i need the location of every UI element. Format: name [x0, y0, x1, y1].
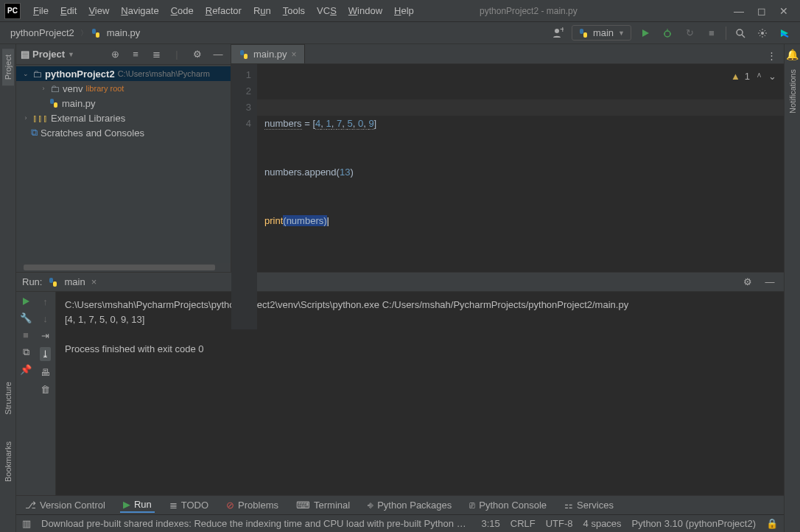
- python-file-icon: [49, 98, 59, 108]
- tree-file-main[interactable]: main.py: [16, 96, 231, 111]
- side-tab-project[interactable]: Project: [2, 49, 14, 85]
- side-tab-notifications[interactable]: Notifications: [787, 63, 799, 119]
- python-file-icon: [91, 28, 101, 38]
- lock-icon[interactable]: 🔒: [766, 518, 778, 529]
- wrench-icon[interactable]: 🔧: [20, 312, 32, 323]
- chevron-down-icon[interactable]: ⌄: [22, 70, 29, 77]
- side-tab-structure[interactable]: Structure: [2, 376, 14, 421]
- project-scrollbar[interactable]: [16, 263, 231, 272]
- code-args: (numbers): [283, 215, 326, 226]
- close-button[interactable]: ✕: [779, 5, 788, 17]
- tree-venv[interactable]: › 🗀 venv library root: [16, 81, 231, 96]
- stop-button[interactable]: ■: [703, 25, 720, 41]
- hide-panel-icon[interactable]: —: [210, 46, 226, 63]
- scroll-to-end-icon[interactable]: ⤓: [40, 347, 51, 361]
- run-tab-name[interactable]: main: [64, 276, 85, 287]
- crumb-project[interactable]: pythonProject2: [7, 26, 77, 40]
- code-fn: print: [264, 215, 283, 226]
- prev-highlight-icon[interactable]: ＾: [754, 69, 764, 85]
- tab-problems[interactable]: ⊘Problems: [223, 498, 281, 512]
- status-interpreter[interactable]: Python 3.10 (pythonProject2): [632, 518, 756, 529]
- tab-terminal[interactable]: ⌨Terminal: [293, 498, 353, 512]
- maximize-button[interactable]: ◻: [757, 5, 766, 17]
- editor-tab-main[interactable]: main.py ×: [231, 44, 305, 63]
- down-icon[interactable]: ↓: [43, 313, 48, 324]
- run-coverage-button[interactable]: ↻: [681, 25, 698, 41]
- chevron-right-icon[interactable]: ›: [22, 114, 29, 122]
- menu-tools[interactable]: Tools: [278, 3, 310, 18]
- tab-python-console[interactable]: ⎚Python Console: [466, 498, 550, 512]
- warning-icon[interactable]: ▲: [731, 69, 740, 85]
- tree-root[interactable]: ⌄ 🗀 pythonProject2 C:\Users\mshah\Pychar…: [16, 66, 231, 81]
- pin-icon[interactable]: 📌: [20, 364, 32, 375]
- select-opened-file-icon[interactable]: ⊕: [107, 46, 123, 63]
- status-message[interactable]: Download pre-built shared indexes: Reduc…: [41, 518, 471, 529]
- status-indent[interactable]: 4 spaces: [583, 518, 622, 529]
- tab-services[interactable]: ⚏Services: [561, 498, 617, 512]
- terminal-icon: ⌨: [296, 500, 310, 511]
- problems-icon: ⊘: [226, 500, 234, 511]
- editor-tab-label: main.py: [253, 49, 287, 60]
- gear-icon[interactable]: ⚙: [189, 46, 206, 63]
- tree-scratches[interactable]: ⧉ Scratches and Consoles: [16, 125, 231, 140]
- status-menu-icon[interactable]: ▥: [22, 518, 31, 529]
- folder-icon: 🗀: [32, 69, 42, 80]
- menu-run[interactable]: Run: [248, 3, 276, 18]
- menu-window[interactable]: Window: [343, 3, 387, 18]
- toolbox-icon[interactable]: [776, 25, 793, 41]
- breadcrumb: pythonProject2 〉 main.py: [7, 26, 143, 40]
- status-encoding[interactable]: UTF-8: [546, 518, 573, 529]
- minimize-button[interactable]: —: [734, 5, 744, 17]
- svg-rect-1: [96, 32, 99, 38]
- menu-navigate[interactable]: Navigate: [116, 3, 164, 18]
- menu-help[interactable]: Help: [389, 3, 419, 18]
- project-panel-title: Project: [32, 49, 65, 60]
- menu-code[interactable]: Code: [166, 3, 199, 18]
- services-icon: ⚏: [564, 500, 573, 511]
- rerun-button[interactable]: [21, 296, 31, 307]
- notifications-icon[interactable]: 🔔: [786, 49, 799, 60]
- svg-point-10: [737, 29, 743, 35]
- svg-point-6: [664, 31, 670, 37]
- print-icon[interactable]: 🖶: [41, 367, 50, 378]
- menu-vcs[interactable]: VCS: [312, 3, 342, 18]
- tab-python-packages[interactable]: ⎆Python Packages: [365, 498, 455, 512]
- up-icon[interactable]: ↑: [43, 296, 48, 307]
- chevron-down-icon: ▼: [618, 29, 625, 37]
- layout-icon[interactable]: ⧉: [23, 346, 29, 358]
- stop-button[interactable]: ■: [23, 329, 29, 340]
- tree-external-libs[interactable]: › ⫿⫿⫿ External Libraries: [16, 111, 231, 125]
- search-icon[interactable]: [732, 25, 748, 41]
- menu-view[interactable]: View: [83, 3, 114, 18]
- clear-icon[interactable]: 🗑: [41, 384, 50, 395]
- chevron-right-icon[interactable]: ›: [40, 85, 47, 92]
- soft-wrap-icon[interactable]: ⇥: [41, 330, 49, 341]
- status-line-ending[interactable]: CRLF: [510, 518, 536, 529]
- editor-more-icon[interactable]: ⋮: [763, 47, 779, 63]
- run-button[interactable]: [637, 25, 653, 41]
- expand-all-icon[interactable]: ≡: [127, 46, 144, 63]
- svg-rect-0: [92, 29, 96, 34]
- package-icon: ⎆: [368, 500, 373, 511]
- next-highlight-icon[interactable]: ⌄: [768, 69, 776, 85]
- menu-edit[interactable]: Edit: [55, 3, 82, 18]
- collapse-all-icon[interactable]: ≣: [148, 46, 164, 63]
- crumb-file[interactable]: main.py: [104, 26, 144, 40]
- menu-refactor[interactable]: Refactor: [200, 3, 247, 18]
- code-arg: 13: [340, 167, 350, 178]
- close-run-tab-icon[interactable]: ×: [91, 276, 97, 287]
- debug-button[interactable]: [659, 25, 676, 41]
- side-tab-bookmarks[interactable]: Bookmarks: [2, 435, 14, 488]
- settings-icon[interactable]: [754, 25, 771, 41]
- svg-point-12: [761, 32, 764, 35]
- code-editor[interactable]: 1 2 3 4 numbers = [4, 1, 7, 5, 0, 9] num…: [231, 64, 784, 329]
- tab-run[interactable]: ▶Run: [120, 497, 155, 513]
- close-tab-icon[interactable]: ×: [292, 49, 297, 60]
- menu-file[interactable]: File: [28, 3, 54, 18]
- tab-todo[interactable]: ≣TODO: [166, 498, 211, 512]
- run-configuration-dropdown[interactable]: main ▼: [572, 25, 631, 41]
- chevron-down-icon[interactable]: ▼: [68, 51, 74, 58]
- tab-version-control[interactable]: ⎇Version Control: [22, 498, 108, 512]
- add-user-icon[interactable]: +: [550, 25, 566, 41]
- status-caret-pos[interactable]: 3:15: [481, 518, 499, 529]
